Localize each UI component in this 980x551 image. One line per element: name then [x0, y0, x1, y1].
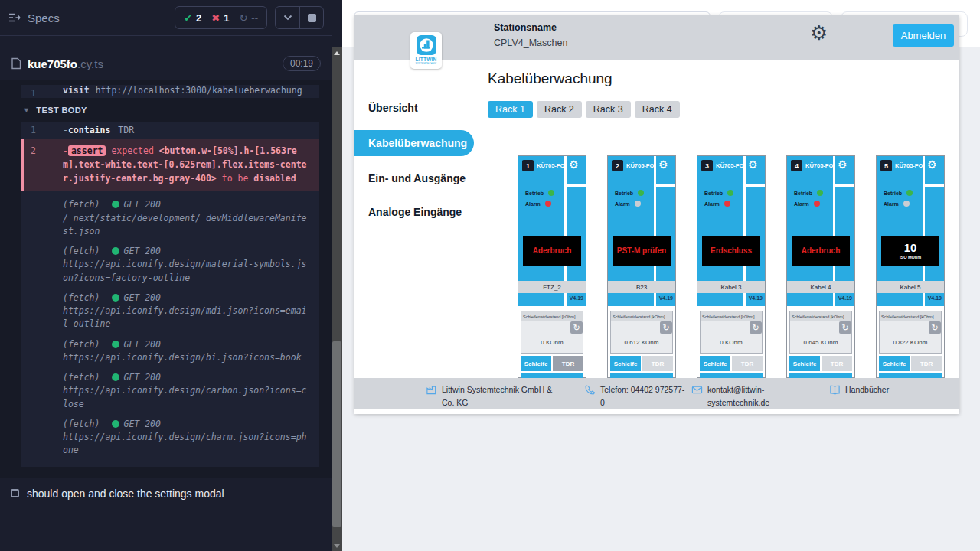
refresh-button[interactable]: ↻	[750, 321, 762, 334]
sidebar-item-analoge-eing-nge[interactable]: Analoge Eingänge	[354, 199, 474, 225]
schleife-button[interactable]: Schleife	[610, 356, 641, 371]
pending-square-icon	[11, 489, 19, 497]
fetch-url: /_next/static/development/_devMiddleware…	[63, 212, 312, 239]
tdr-button[interactable]: TDR	[822, 356, 852, 371]
cable-name-label: Kabel 3	[697, 281, 765, 293]
scroll-up-button[interactable]	[332, 47, 342, 58]
refresh-button[interactable]: ↻	[929, 321, 941, 334]
status-message: PST-M prüfen	[617, 246, 666, 255]
footer-contact-item[interactable]: Handbücher	[829, 383, 889, 396]
assert-badge: assert	[68, 145, 106, 156]
card-model-label: KÜ705-FO	[716, 162, 743, 169]
fetch-url: https://api.iconify.design/mdi.json?icon…	[63, 305, 312, 331]
scrollbar-thumb[interactable]	[332, 341, 341, 527]
card-gear-icon[interactable]: ⚙	[658, 159, 668, 170]
betrieb-led	[548, 190, 554, 196]
arrow-up-icon	[334, 51, 340, 55]
test-stats[interactable]: ✔ 2 ✖ 1 ↻ --	[175, 6, 267, 29]
runner-controls	[275, 6, 324, 29]
refresh-icon: ↻	[931, 323, 938, 333]
firmware-version: V4.19	[928, 295, 942, 301]
stop-tests-button[interactable]	[299, 7, 323, 28]
card-gear-icon[interactable]: ⚙	[838, 159, 848, 170]
monitor-card: 3 KÜ705-FO ⚙ Betrieb Alarm Erdschluss Ka…	[697, 155, 766, 378]
meter-title: Schleifenwiderstand [kOhm]	[611, 311, 672, 321]
tdr-button[interactable]: TDR	[553, 356, 583, 371]
fetch-url: https://api.iconify.design/bi.json?icons…	[63, 351, 312, 364]
tdr-button[interactable]: TDR	[732, 356, 763, 371]
refresh-button[interactable]: ↻	[660, 321, 672, 334]
cable-name-label: Kabel 5	[877, 281, 944, 293]
card-divider	[925, 184, 944, 187]
rack-tab-rack-2[interactable]: Rack 2	[537, 101, 582, 118]
schleife-button[interactable]: Schleife	[700, 356, 730, 371]
card-gear-icon[interactable]: ⚙	[569, 159, 579, 170]
sidebar-item-kabelüberwachung[interactable]: Kabelüberwachung	[354, 130, 474, 156]
firmware-version: V4.19	[659, 295, 673, 301]
firmware-version: V4.19	[749, 295, 763, 301]
status-display: PST-M prüfen	[612, 236, 671, 266]
stop-icon	[308, 14, 316, 22]
card-divider	[656, 184, 675, 187]
rack-tab-rack-4[interactable]: Rack 4	[635, 101, 680, 118]
reporter-scrollbar	[332, 0, 342, 551]
collapse-tests-button[interactable]	[276, 7, 299, 28]
footer-contact-item[interactable]: kontakt@littwin-systemtechnik.de	[691, 383, 799, 410]
email-icon	[691, 384, 703, 396]
spec-duration-badge: 00:19	[283, 56, 321, 71]
command-contains[interactable]: 1 -containsTDR	[21, 122, 319, 139]
rack-tab-rack-3[interactable]: Rack 3	[586, 101, 631, 118]
scroll-down-button[interactable]	[332, 540, 342, 551]
fetch-log-entry: (fetch)GET 200 https://api.iconify.desig…	[21, 411, 319, 458]
pending-test-row[interactable]: should open and close the settings modal	[0, 478, 332, 510]
specs-list-icon	[8, 12, 21, 23]
phone-icon	[584, 384, 596, 396]
tdr-button[interactable]: TDR	[642, 356, 673, 371]
alarm-led	[903, 201, 910, 207]
meter-title: Schleifenwiderstand [kOhm]	[701, 311, 762, 321]
refresh-icon: ↻	[752, 323, 759, 333]
refresh-button[interactable]: ↻	[570, 321, 583, 334]
cross-icon: ✖	[211, 12, 220, 24]
rack-tab-rack-1[interactable]: Rack 1	[488, 101, 533, 118]
card-gear-icon[interactable]: ⚙	[748, 159, 758, 170]
chevron-down-icon	[283, 15, 292, 21]
runner-header: Specs ✔ 2 ✖ 1 ↻ --	[0, 0, 332, 36]
settings-gear-icon[interactable]: ⚙	[810, 23, 828, 43]
spec-title-row: kue705fo .cy.ts 00:19	[0, 36, 332, 80]
status-ok-dot	[112, 247, 119, 255]
fetch-url: https://api.iconify.design/material-symb…	[63, 258, 312, 285]
app-under-test: Stationsname CPLV4_Maschen ⚙ Abmelden LI…	[354, 15, 959, 414]
command-assert-failed[interactable]: 2 -assert expected <button.w-[50%].h-[1.…	[21, 139, 319, 191]
footer-contact-item[interactable]: Littwin Systemtechnik GmbH & Co. KG	[426, 383, 562, 410]
refresh-button[interactable]: ↻	[839, 321, 851, 334]
card-model-label: KÜ705-FO	[805, 162, 833, 169]
station-info: Stationsname CPLV4_Maschen	[494, 22, 567, 48]
footer-contact-item[interactable]: Telefon: 04402 972577-0	[584, 383, 685, 410]
test-body-section-toggle[interactable]: ▼ TEST BODY	[0, 98, 332, 122]
status-display: 10 ISO MOhm	[881, 236, 939, 266]
card-gear-icon[interactable]: ⚙	[927, 159, 937, 170]
tdr-button[interactable]: TDR	[911, 356, 942, 371]
status-ok-dot	[112, 294, 119, 302]
fetch-log-entry: (fetch)GET 200 https://api.iconify.desig…	[21, 364, 319, 411]
betrieb-led	[906, 190, 913, 196]
pending-test-title: should open and close the settings modal	[27, 487, 224, 500]
alarm-led	[814, 201, 820, 207]
status-unit: ISO MOhm	[900, 255, 921, 259]
sidebar-item-ein-und-ausg-nge[interactable]: Ein- und Ausgänge	[354, 165, 474, 191]
alarm-led	[635, 201, 641, 207]
command-visit[interactable]: 1 visithttp://localhost:3000/kabelueberw…	[21, 85, 319, 98]
logout-button[interactable]: Abmelden	[893, 24, 954, 47]
schleife-button[interactable]: Schleife	[521, 356, 551, 371]
factory-icon	[426, 384, 437, 396]
footer-text: Telefon: 04402 972577-0	[600, 383, 685, 410]
schleife-button[interactable]: Schleife	[879, 356, 910, 371]
alarm-led-row: Alarm	[884, 201, 910, 207]
alarm-led	[545, 201, 551, 207]
card-buttons: Schleife TDR	[610, 356, 673, 371]
betrieb-led-row: Betrieb	[704, 190, 733, 196]
schleife-button[interactable]: Schleife	[789, 356, 820, 371]
sidebar-item-übersicht[interactable]: Übersicht	[354, 95, 474, 121]
specs-menu-toggle[interactable]: Specs	[8, 11, 60, 24]
